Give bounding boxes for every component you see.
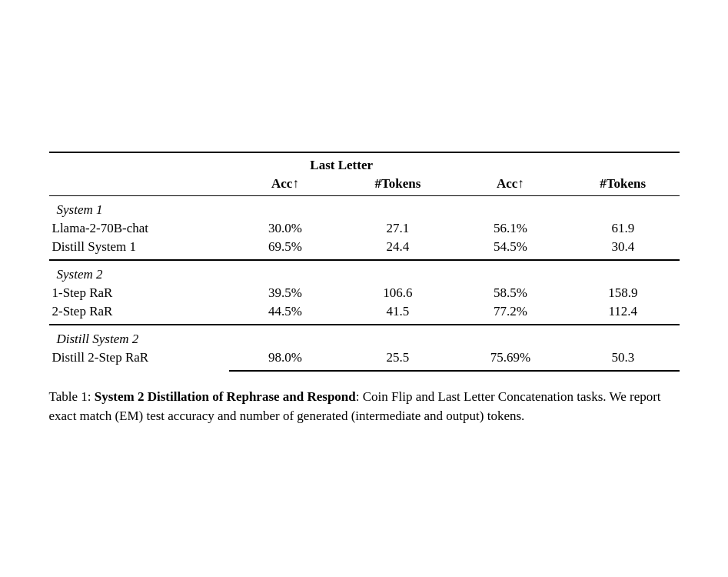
subheader-ll-acc: Acc↑ (229, 176, 341, 196)
row-label: Distill 2-Step RaR (49, 349, 229, 371)
cell-cf-tokens: 50.3 (567, 349, 679, 371)
cell-ll-tokens: 41.5 (341, 302, 454, 325)
caption-bold: System 2 Distillation of Rephrase and Re… (95, 389, 356, 404)
cell-ll-acc: 69.5% (229, 238, 341, 260)
cell-ll-tokens: 24.4 (341, 238, 454, 260)
section2-label: System 2 (49, 260, 680, 284)
cell-ll-acc: 44.5% (229, 302, 341, 325)
cell-cf-tokens: 30.4 (567, 238, 679, 260)
cell-ll-acc: 30.0% (229, 219, 341, 238)
column-group-header-row: Last Letter (49, 152, 680, 176)
table-row: Distill 2-Step RaR 98.0% 25.5 75.69% 50.… (49, 349, 680, 371)
cell-cf-acc: 56.1% (454, 219, 567, 238)
subheader-row: Acc↑ #Tokens Acc↑ #Tokens (49, 176, 680, 196)
cell-ll-tokens: 25.5 (341, 349, 454, 371)
cell-cf-tokens: 61.9 (567, 219, 679, 238)
subheader-cf-acc: Acc↑ (454, 176, 567, 196)
subheader-cf-tokens: #Tokens (567, 176, 679, 196)
row-label: Distill System 1 (49, 238, 229, 260)
row-label: Llama-2-70B-chat (49, 219, 229, 238)
cell-cf-acc: 77.2% (454, 302, 567, 325)
section3-label-row: Distill System 2 (49, 325, 680, 349)
subheader-empty (49, 176, 229, 196)
last-letter-group-header: Last Letter (229, 152, 454, 176)
cell-ll-acc: 98.0% (229, 349, 341, 371)
cell-ll-tokens: 27.1 (341, 219, 454, 238)
cell-ll-acc: 39.5% (229, 284, 341, 302)
coin-flip-group-header (567, 152, 679, 176)
cell-ll-tokens: 106.6 (341, 284, 454, 302)
section1-label: System 1 (49, 195, 680, 219)
results-table: Last Letter Acc↑ #Tokens Acc↑ #Tokens Sy… (49, 152, 680, 372)
section3-label: Distill System 2 (49, 325, 680, 349)
table-row: Distill System 1 69.5% 24.4 54.5% 30.4 (49, 238, 680, 260)
table-caption: Table 1: System 2 Distillation of Rephra… (49, 387, 680, 426)
table-wrapper: Last Letter Acc↑ #Tokens Acc↑ #Tokens Sy… (49, 152, 680, 372)
empty-mid-header (454, 152, 567, 176)
caption-prefix: Table 1: (49, 389, 95, 404)
empty-header (49, 152, 229, 176)
row-label: 2-Step RaR (49, 302, 229, 325)
subheader-ll-tokens: #Tokens (341, 176, 454, 196)
table-row: 1-Step RaR 39.5% 106.6 58.5% 158.9 (49, 284, 680, 302)
cell-cf-acc: 54.5% (454, 238, 567, 260)
cell-cf-acc: 75.69% (454, 349, 567, 371)
table-row: 2-Step RaR 44.5% 41.5 77.2% 112.4 (49, 302, 680, 325)
section1-label-row: System 1 (49, 195, 680, 219)
page-container: Last Letter Acc↑ #Tokens Acc↑ #Tokens Sy… (49, 152, 680, 426)
cell-cf-tokens: 112.4 (567, 302, 679, 325)
cell-cf-tokens: 158.9 (567, 284, 679, 302)
row-label: 1-Step RaR (49, 284, 229, 302)
section2-label-row: System 2 (49, 260, 680, 284)
cell-cf-acc: 58.5% (454, 284, 567, 302)
table-row: Llama-2-70B-chat 30.0% 27.1 56.1% 61.9 (49, 219, 680, 238)
